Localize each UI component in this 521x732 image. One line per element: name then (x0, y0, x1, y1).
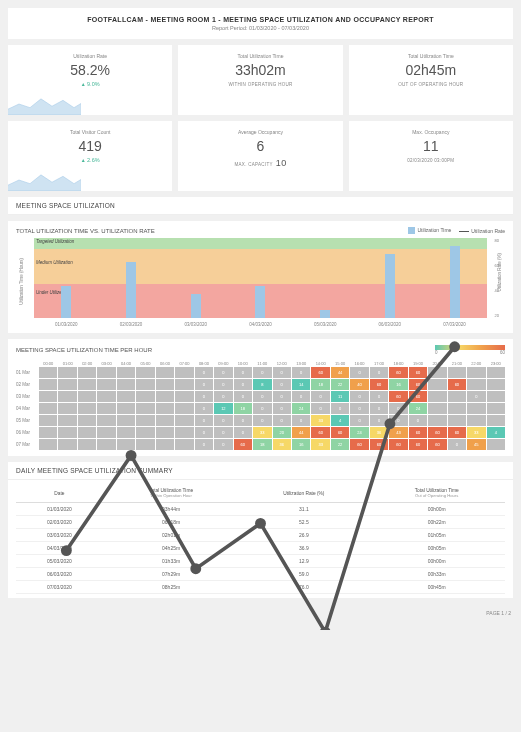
heat-cell (487, 379, 505, 390)
combo-chart-section: TOTAL UTILIZATION TIME VS. UTILIZATION R… (8, 221, 513, 333)
kpi-card: Total Utilization Time33h02mWITHIN OPERA… (178, 45, 342, 115)
svg-point-3 (255, 518, 266, 529)
svg-point-1 (126, 450, 137, 461)
section-title: MEETING SPACE UTILIZATION (8, 197, 513, 215)
heat-cell (487, 415, 505, 426)
combo-chart-title: TOTAL UTILIZATION TIME VS. UTILIZATION R… (16, 228, 155, 234)
svg-point-2 (190, 563, 201, 574)
svg-point-6 (449, 341, 460, 352)
heat-cell (487, 439, 505, 450)
heat-cell (487, 367, 505, 378)
combo-chart: Targeted Utilization Medium Utilization … (34, 238, 487, 318)
section-utilization: MEETING SPACE UTILIZATION (8, 197, 513, 215)
kpi-card: Total Visitor Count4192.6% (8, 121, 172, 191)
kpi-cards: Utilization Rate58.2%9.0%Total Utilizati… (8, 45, 513, 191)
report-header: FOOTFALLCAM - MEETING ROOM 1 - MEETING S… (8, 8, 513, 39)
kpi-card: Utilization Rate58.2%9.0% (8, 45, 172, 115)
kpi-card: Average Occupancy6MAX. CAPACITY 10 (178, 121, 342, 191)
kpi-card: Total Utilization Time02h45mOUT OF OPERA… (349, 45, 513, 115)
svg-point-0 (61, 545, 72, 556)
svg-point-5 (384, 418, 395, 429)
heat-cell (487, 391, 505, 402)
report-title: FOOTFALLCAM - MEETING ROOM 1 - MEETING S… (16, 16, 505, 23)
combo-legend: Utilization Time Utilization Rate (408, 227, 505, 234)
heat-cell (487, 403, 505, 414)
heat-cell: 4 (487, 427, 505, 438)
kpi-card: Max. Occupancy1102/03/2020 03:00PM (349, 121, 513, 191)
report-period: Report Period: 01/03/2020 - 07/03/2020 (16, 25, 505, 31)
